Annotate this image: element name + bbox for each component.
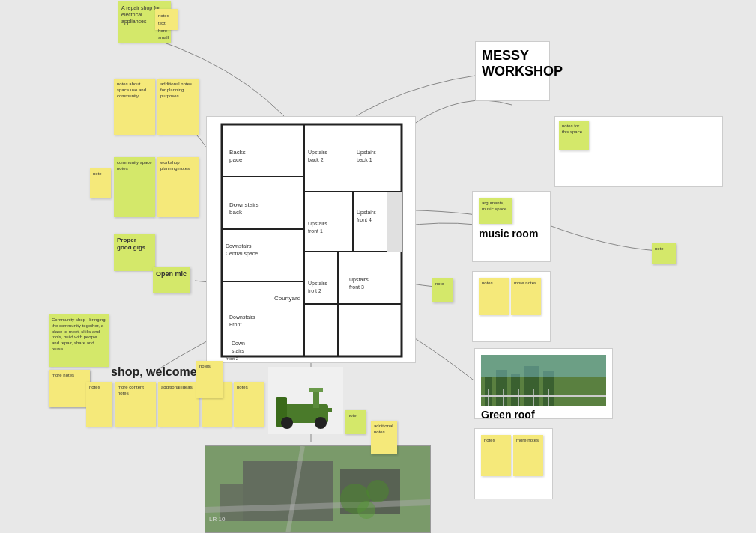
svg-text:Courtyard: Courtyard (274, 295, 300, 302)
messy-workshop-title: MESSY WORKSHOP (482, 48, 543, 79)
sticky-cluster-2: community space notes workshop planning … (114, 157, 199, 217)
sticky-small-mid: note (432, 278, 453, 302)
svg-text:Upstairs: Upstairs (357, 210, 376, 216)
svg-point-42 (366, 480, 389, 502)
svg-text:Backs: Backs (229, 149, 246, 156)
right-card-top: notes for this space (554, 116, 723, 187)
svg-text:front 2: front 2 (226, 356, 239, 361)
sticky-right-music: note (652, 243, 676, 264)
messy-workshop-card: MESSY WORKSHOP (475, 41, 550, 101)
svg-text:stairs: stairs (232, 348, 244, 353)
sticky-left-edge: note (90, 168, 111, 198)
sticky-1a: notes about space use and community (114, 79, 155, 135)
open-mic-sticky: Open mic (153, 267, 190, 293)
sticky-near-fp-1: note (345, 410, 366, 434)
br-sticky-2: more notes (513, 435, 543, 476)
svg-rect-50 (309, 388, 323, 392)
svg-rect-51 (313, 408, 332, 412)
floor-plan-svg: Backs pace Downstairs back Downstairs Ce… (207, 117, 417, 364)
canvas: A repair shop for electrical appliances … (0, 0, 756, 533)
svg-text:Upstairs: Upstairs (308, 281, 327, 287)
svg-text:fro t 2: fro t 2 (308, 288, 321, 293)
green-roof-photo (481, 355, 606, 406)
green-roof-title: Green roof (481, 409, 606, 421)
shop-welcome-label: shop, welcome (111, 365, 197, 379)
sticky-cluster-bottom: notes more content notes additional idea… (86, 382, 264, 427)
svg-text:Down: Down (232, 341, 245, 346)
sticky-bottom-3: additional ideas (158, 382, 199, 427)
mid-sticky-2: more notes (511, 278, 541, 315)
bottom-right-stickies: notes more notes (481, 435, 546, 476)
music-room-title: music room (479, 228, 544, 240)
sticky-2a: community space notes (114, 157, 155, 217)
svg-text:front 4: front 4 (357, 217, 372, 222)
svg-text:LR 10: LR 10 (209, 516, 226, 523)
mid-sticky-1: notes (479, 278, 509, 315)
svg-text:back 1: back 1 (357, 157, 372, 162)
svg-text:Downstairs: Downstairs (229, 201, 259, 208)
middle-card-stickies: notes more notes (479, 278, 544, 315)
svg-rect-10 (387, 192, 402, 252)
svg-rect-36 (243, 461, 333, 521)
svg-text:front 3: front 3 (349, 284, 364, 290)
sticky-bottom-2: more content notes (115, 382, 156, 427)
svg-text:back: back (229, 209, 243, 216)
svg-rect-64 (481, 355, 606, 377)
aerial-photo: LR 10 (205, 445, 431, 533)
machinery-svg (268, 367, 343, 434)
svg-text:Upstairs: Upstairs (357, 150, 376, 156)
sticky-cluster-1: notes about space use and community addi… (114, 79, 199, 135)
music-room-card: arguments, music space music room (472, 191, 551, 262)
svg-text:Upstairs: Upstairs (308, 221, 327, 227)
svg-point-48 (315, 417, 327, 429)
aerial-map-svg: LR 10 (205, 446, 431, 533)
svg-text:Front: Front (229, 322, 241, 327)
machinery-image (268, 367, 343, 434)
svg-text:back 2: back 2 (308, 157, 324, 162)
sticky-left-fp-1: notes (196, 361, 223, 398)
bottom-right-card: notes more notes (474, 428, 553, 499)
sticky-1b: additional notes for planning purposes (157, 79, 199, 135)
music-room-inner-sticky: arguments, music space (479, 198, 512, 224)
sticky-bottom-1: notes (86, 382, 112, 427)
green-roof-card: Green roof (474, 348, 613, 419)
svg-text:pace: pace (229, 156, 243, 163)
sticky-bottom-5: notes (234, 382, 264, 427)
right-top-sticky: notes for this space (559, 121, 589, 150)
sticky-top-1: notes text here small (155, 9, 178, 30)
sticky-2b: workshop planning notes (157, 157, 199, 217)
svg-text:Central space: Central space (226, 251, 258, 257)
svg-text:front 1: front 1 (308, 228, 323, 234)
svg-point-43 (357, 501, 375, 519)
svg-text:Downstairs: Downstairs (229, 314, 255, 320)
svg-text:Upstairs: Upstairs (308, 150, 327, 156)
svg-text:Upstairs: Upstairs (349, 277, 369, 283)
svg-text:Downstairs: Downstairs (226, 243, 252, 249)
sticky-bl-3: more notes (49, 370, 90, 407)
floor-plan: Backs pace Downstairs back Downstairs Ce… (206, 116, 416, 363)
sticky-cluster-bottom-left: Community shop - bringing the community … (49, 314, 109, 370)
br-sticky-1: notes (481, 435, 511, 476)
green-roof-photo-svg (481, 355, 606, 406)
svg-point-47 (281, 417, 293, 429)
right-card-middle: notes more notes (472, 271, 551, 342)
proper-good-gigs-sticky: Proper good gigs (114, 234, 155, 271)
sticky-near-fp-2: additional notes (371, 421, 397, 454)
sticky-bl-1: Community shop - bringing the community … (49, 314, 109, 367)
